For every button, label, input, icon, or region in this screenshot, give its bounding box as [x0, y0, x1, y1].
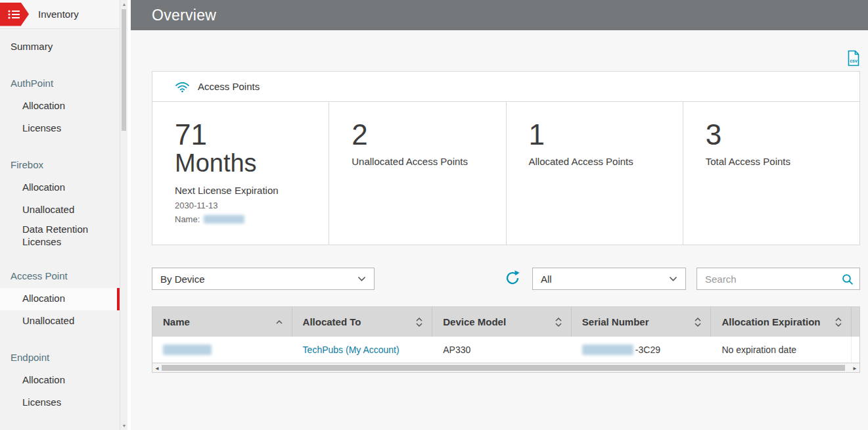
stat-next-license-expiration: 71 Months Next License Expiration 2030-1…	[152, 102, 329, 245]
sidebar-item-data-retention-licenses[interactable]: Data Retention Licenses	[0, 221, 120, 251]
refresh-icon[interactable]	[504, 270, 521, 287]
card-header: Access Points	[152, 72, 859, 102]
sidebar: Inventory Summary AuthPoint Allocation L…	[0, 0, 127, 430]
sidebar-scrollbar[interactable]: ▲ ▼	[120, 0, 127, 430]
search-input[interactable]	[697, 268, 859, 289]
stat-value: 2	[352, 120, 499, 149]
scroll-up-icon[interactable]: ▲	[120, 0, 128, 9]
stat-total-access-points: 3 Total Access Points	[683, 102, 859, 245]
allocated-to-link[interactable]: TechPubs (My Account)	[303, 345, 400, 355]
filter-dropdown[interactable]: All	[532, 268, 686, 290]
sidebar-item-firebox-allocation[interactable]: Allocation	[0, 176, 120, 199]
cell-allocation-expiration: No expiration date	[711, 337, 851, 362]
stat-label: Allocated Access Points	[529, 156, 676, 167]
card-title: Access Points	[198, 81, 260, 92]
cell-serial-number: -3C29	[572, 337, 712, 362]
sort-asc-icon	[275, 320, 283, 325]
cell-allocated-to: TechPubs (My Account)	[292, 337, 433, 362]
sidebar-header: Inventory	[0, 0, 120, 29]
sidebar-item-summary[interactable]: Summary	[0, 36, 120, 58]
sidebar-section-endpoint: Endpoint	[0, 347, 120, 370]
redacted-serial-prefix	[582, 345, 633, 355]
main-content: csv Access Points 71 Months Next License…	[131, 30, 868, 430]
sidebar-item-firebox-unallocated[interactable]: Unallocated	[0, 199, 120, 221]
sidebar-nav: Summary AuthPoint Allocation Licenses Fi…	[0, 29, 120, 414]
page-title: Overview	[152, 7, 216, 24]
search-box	[697, 268, 860, 290]
sort-both-icon	[694, 317, 702, 327]
serial-suffix: -3C29	[635, 345, 660, 355]
filter-value: All	[541, 274, 552, 285]
scroll-right-icon[interactable]: ►	[850, 364, 859, 373]
table-horizontal-scrollbar[interactable]: ◄ ►	[152, 363, 859, 372]
chevron-down-icon	[669, 276, 677, 281]
stat-name-label: Name:	[175, 214, 200, 224]
sidebar-section-access-point: Access Point	[0, 266, 120, 288]
sidebar-item-authpoint-allocation[interactable]: Allocation	[0, 95, 120, 117]
column-header-name[interactable]: Name	[152, 307, 292, 337]
column-header-device-model[interactable]: Device Model	[432, 307, 572, 337]
stat-label: Next License Expiration	[175, 185, 322, 196]
table-row-filler	[851, 337, 859, 362]
sort-both-icon	[555, 317, 562, 327]
stats-row: 71 Months Next License Expiration 2030-1…	[152, 102, 859, 245]
sidebar-item-endpoint-licenses[interactable]: Licenses	[0, 392, 120, 414]
stat-unit: Months	[175, 149, 322, 178]
column-header-allocation-expiration[interactable]: Allocation Expiration	[711, 307, 851, 337]
sidebar-item-authpoint-licenses[interactable]: Licenses	[0, 117, 120, 139]
table-row: TechPubs (My Account) AP330 -3C29 No exp…	[152, 337, 859, 363]
inventory-logo-icon	[0, 3, 29, 26]
table-header: Name Allocated To Device Model Serial Nu…	[152, 307, 859, 337]
sidebar-item-access-point-allocation[interactable]: Allocation	[0, 288, 120, 310]
stat-unallocated-access-points: 2 Unallocated Access Points	[329, 102, 505, 245]
svg-text:csv: csv	[850, 59, 857, 63]
sidebar-section-firebox: Firebox	[0, 154, 120, 176]
cell-device-model: AP330	[432, 337, 572, 362]
sidebar-scrollbar-thumb[interactable]	[122, 9, 126, 131]
sidebar-item-access-point-unallocated[interactable]: Unallocated	[0, 310, 120, 333]
page-header: Overview	[131, 0, 868, 30]
scroll-down-icon[interactable]: ▼	[120, 421, 128, 430]
sort-both-icon	[834, 317, 842, 327]
access-points-summary-card: Access Points 71 Months Next License Exp…	[152, 71, 860, 245]
sidebar-item-endpoint-allocation[interactable]: Allocation	[0, 370, 120, 392]
stat-label: Unallocated Access Points	[352, 156, 499, 167]
stat-label: Total Access Points	[706, 156, 853, 167]
horizontal-scrollbar-thumb[interactable]	[162, 365, 845, 371]
redacted-device-name	[163, 345, 212, 355]
search-icon[interactable]	[842, 274, 854, 285]
csv-export-icon[interactable]: csv	[847, 50, 860, 66]
chevron-down-icon	[357, 276, 366, 281]
cell-name	[152, 337, 292, 362]
access-points-table: Name Allocated To Device Model Serial Nu…	[152, 306, 860, 373]
table-header-filler	[851, 307, 859, 337]
wifi-icon	[175, 81, 190, 93]
stat-expiration-date: 2030-11-13	[175, 201, 322, 210]
stat-allocated-access-points: 1 Allocated Access Points	[506, 102, 683, 245]
column-header-serial-number[interactable]: Serial Number	[572, 307, 712, 337]
sort-both-icon	[415, 317, 423, 327]
sidebar-section-authpoint: AuthPoint	[0, 72, 120, 95]
sidebar-title: Inventory	[38, 9, 79, 20]
group-by-value: By Device	[160, 274, 205, 285]
redacted-license-name	[204, 215, 244, 224]
stat-value: 1	[529, 120, 676, 149]
stat-value: 71	[175, 120, 322, 149]
column-header-allocated-to[interactable]: Allocated To	[292, 307, 433, 337]
stat-value: 3	[706, 120, 853, 149]
group-by-dropdown[interactable]: By Device	[152, 268, 375, 290]
scroll-left-icon[interactable]: ◄	[152, 364, 162, 373]
